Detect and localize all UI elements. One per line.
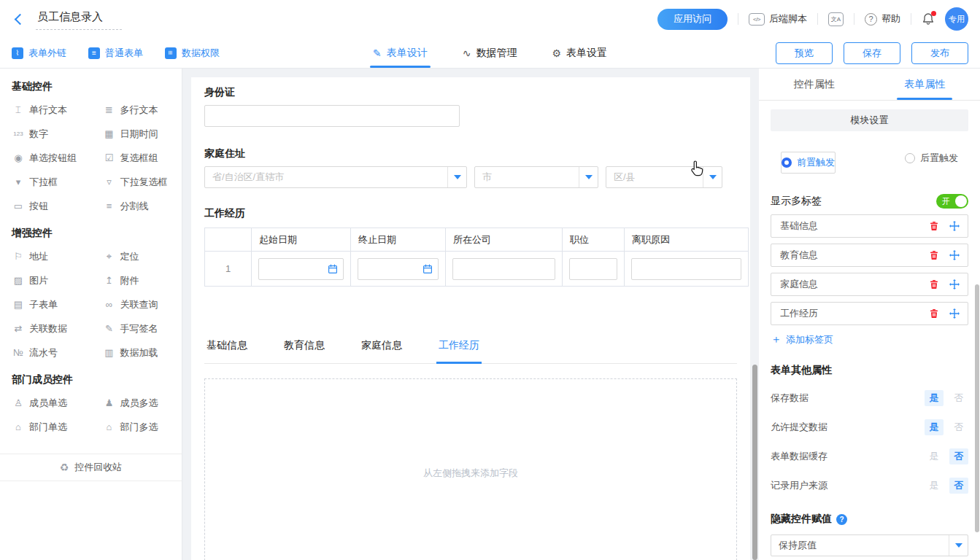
canvas-scrollbar[interactable] bbox=[752, 365, 757, 560]
palette-item-image[interactable]: ▨图片 bbox=[0, 268, 91, 292]
save-button[interactable]: 保存 bbox=[844, 42, 900, 64]
help-button[interactable]: ? 帮助 bbox=[865, 12, 900, 26]
no-option[interactable]: 否 bbox=[949, 478, 968, 494]
panel-scrollbar[interactable] bbox=[975, 284, 979, 532]
yes-option[interactable]: 是 bbox=[925, 419, 944, 435]
tab-form-settings[interactable]: ⚙ 表单设置 bbox=[552, 38, 607, 68]
move-icon[interactable] bbox=[949, 308, 960, 319]
move-icon[interactable] bbox=[949, 249, 960, 261]
main-tabs: ✎ 表单设计 ∿ 数据管理 ⚙ 表单设置 bbox=[373, 38, 607, 68]
module-settings-button[interactable]: 模块设置 bbox=[771, 109, 968, 131]
hidden-value-select[interactable]: 保持原值 bbox=[771, 534, 968, 556]
field-label-work-history: 工作经历 bbox=[204, 207, 737, 220]
number-icon: 123 bbox=[12, 131, 25, 137]
palette-item-multi-select[interactable]: ▿下拉复选框 bbox=[91, 170, 182, 194]
tab-education-info[interactable]: 教育信息 bbox=[282, 339, 327, 364]
palette-item-dept-single[interactable]: ⌂部门单选 bbox=[0, 415, 91, 439]
add-tab-link[interactable]: ＋ 添加标签页 bbox=[771, 332, 968, 346]
yes-option[interactable]: 是 bbox=[925, 448, 944, 464]
chevron-down-icon bbox=[703, 167, 722, 187]
company-input[interactable] bbox=[452, 258, 555, 280]
palette-item-single-line-text[interactable]: ⌶单行文本 bbox=[0, 98, 91, 122]
yes-option[interactable]: 是 bbox=[925, 390, 944, 406]
delete-icon[interactable] bbox=[928, 308, 940, 319]
palette-item-member-single[interactable]: ♙成员单选 bbox=[0, 391, 91, 415]
palette-item-button[interactable]: ▭按钮 bbox=[0, 194, 91, 218]
palette-item-data-load[interactable]: ▥数据加载 bbox=[91, 341, 182, 365]
palette-item-attachment[interactable]: ↥附件 bbox=[91, 268, 182, 292]
palette-section-title: 基础控件 bbox=[0, 80, 182, 93]
help-circle-icon[interactable]: ? bbox=[836, 514, 847, 525]
radio-post-trigger[interactable]: 后置触发 bbox=[905, 143, 958, 174]
end-date-input[interactable] bbox=[358, 258, 439, 280]
palette-item-linked-data[interactable]: ⇄关联数据 bbox=[0, 316, 91, 341]
translate-icon[interactable]: 文A bbox=[828, 12, 844, 26]
setting-row-record-user-source: 记录用户来源 是 否 bbox=[771, 478, 968, 494]
tab-work-history[interactable]: 工作经历 bbox=[436, 339, 482, 364]
app-access-button[interactable]: 应用访问 bbox=[657, 9, 728, 30]
province-select[interactable]: 省/自治区/直辖市 bbox=[204, 166, 467, 188]
id-card-input[interactable] bbox=[204, 105, 460, 127]
publish-button[interactable]: 发布 bbox=[911, 42, 968, 64]
button-icon: ▭ bbox=[12, 201, 25, 211]
delete-icon[interactable] bbox=[928, 249, 940, 261]
calendar-icon bbox=[328, 264, 338, 274]
data-permission-link[interactable]: ≡ 数据权限 bbox=[165, 47, 220, 60]
hidden-widget-value-title: 隐藏控件赋值 ? bbox=[771, 513, 968, 526]
palette-item-subform[interactable]: ▤子表单 bbox=[0, 292, 91, 316]
multi-tab-toggle[interactable]: 开 bbox=[936, 194, 968, 209]
preview-button[interactable]: 预览 bbox=[776, 42, 833, 64]
tag-row-work-history: 工作经历 bbox=[771, 302, 968, 325]
position-input[interactable] bbox=[569, 258, 617, 280]
widget-recycle-bin[interactable]: ♻ 控件回收站 bbox=[0, 454, 182, 481]
palette-item-member-multi[interactable]: ♟成员多选 bbox=[91, 391, 182, 415]
divider bbox=[911, 13, 911, 25]
delete-icon[interactable] bbox=[928, 220, 940, 232]
serial-number-icon: № bbox=[12, 347, 25, 358]
tab-family-info[interactable]: 家庭信息 bbox=[359, 339, 404, 364]
no-option[interactable]: 否 bbox=[949, 390, 968, 406]
city-select[interactable]: 市 bbox=[474, 166, 598, 188]
normal-form-link[interactable]: ≡ 普通表单 bbox=[88, 47, 143, 60]
palette-item-location[interactable]: ⌖定位 bbox=[91, 244, 182, 268]
notification-dot bbox=[931, 11, 936, 16]
avatar[interactable]: 专用 bbox=[945, 7, 968, 31]
subform-icon: ▤ bbox=[12, 299, 25, 310]
question-icon: ? bbox=[865, 13, 877, 26]
tag-row-education-info: 教育信息 bbox=[771, 244, 968, 267]
palette-item-datetime[interactable]: ▦日期时间 bbox=[91, 122, 182, 146]
palette-item-divider[interactable]: ≡分割线 bbox=[91, 194, 182, 218]
page-title[interactable]: 员工信息录入 bbox=[36, 9, 122, 30]
move-icon[interactable] bbox=[949, 279, 960, 290]
backend-script-button[interactable]: </> 后端脚本 bbox=[749, 12, 807, 26]
tab-data-management[interactable]: ∿ 数据管理 bbox=[463, 38, 517, 68]
palette-item-linked-query[interactable]: ∞关联查询 bbox=[91, 292, 182, 316]
palette-item-serial-number[interactable]: №流水号 bbox=[0, 341, 91, 365]
radio-pre-trigger[interactable]: 前置触发 bbox=[781, 152, 836, 174]
delete-icon[interactable] bbox=[928, 279, 940, 290]
cursor-pointer-icon bbox=[689, 160, 704, 179]
notification-bell-icon[interactable] bbox=[922, 12, 935, 26]
tab-form-properties[interactable]: 表单属性 bbox=[870, 69, 980, 100]
no-option[interactable]: 否 bbox=[949, 448, 968, 464]
tab-widget-properties[interactable]: 控件属性 bbox=[759, 69, 870, 100]
leave-reason-input[interactable] bbox=[631, 258, 741, 280]
form-external-link[interactable]: ⌇ 表单外链 bbox=[12, 47, 66, 60]
palette-item-address[interactable]: ⚐地址 bbox=[0, 244, 91, 268]
drop-zone[interactable]: 从左侧拖拽来添加字段 bbox=[204, 378, 737, 560]
yes-option[interactable]: 是 bbox=[925, 478, 944, 494]
palette-item-select[interactable]: ▾下拉框 bbox=[0, 170, 91, 194]
start-date-input[interactable] bbox=[258, 258, 344, 280]
tab-form-design[interactable]: ✎ 表单设计 bbox=[373, 38, 428, 68]
back-icon[interactable] bbox=[15, 13, 26, 25]
palette-item-number[interactable]: 123数字 bbox=[0, 122, 91, 146]
no-option[interactable]: 否 bbox=[949, 419, 968, 435]
palette-item-checkbox-group[interactable]: ☑复选框组 bbox=[91, 146, 182, 170]
palette-item-multi-line-text[interactable]: ≣多行文本 bbox=[91, 98, 182, 122]
district-select[interactable]: 区/县 bbox=[606, 166, 722, 188]
palette-item-dept-multi[interactable]: ⌂部门多选 bbox=[91, 415, 182, 439]
palette-item-signature[interactable]: ✎手写签名 bbox=[91, 316, 182, 341]
palette-item-radio-group[interactable]: ◉单选按钮组 bbox=[0, 146, 91, 170]
tab-basic-info[interactable]: 基础信息 bbox=[204, 339, 250, 364]
move-icon[interactable] bbox=[949, 220, 960, 232]
